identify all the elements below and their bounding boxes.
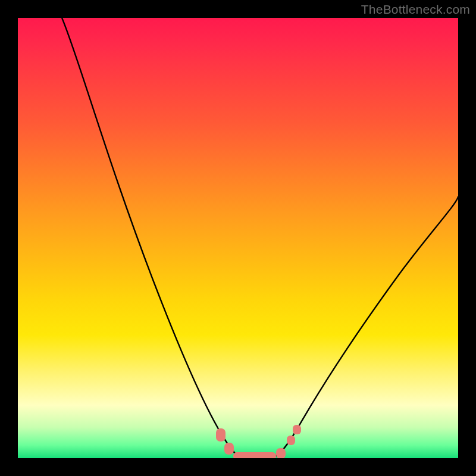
- marker-dot: [293, 425, 301, 434]
- marker-dot: [216, 428, 226, 441]
- bottleneck-curve: [18, 18, 458, 458]
- watermark-text: TheBottleneck.com: [361, 2, 470, 17]
- marker-pill: [233, 452, 276, 458]
- valley-markers: [216, 425, 301, 458]
- left-curve-path: [62, 18, 239, 458]
- chart-frame: TheBottleneck.com: [0, 0, 476, 476]
- marker-dot: [287, 436, 295, 445]
- marker-dot: [276, 448, 286, 458]
- marker-dot: [224, 443, 234, 455]
- right-curve-path: [273, 196, 458, 458]
